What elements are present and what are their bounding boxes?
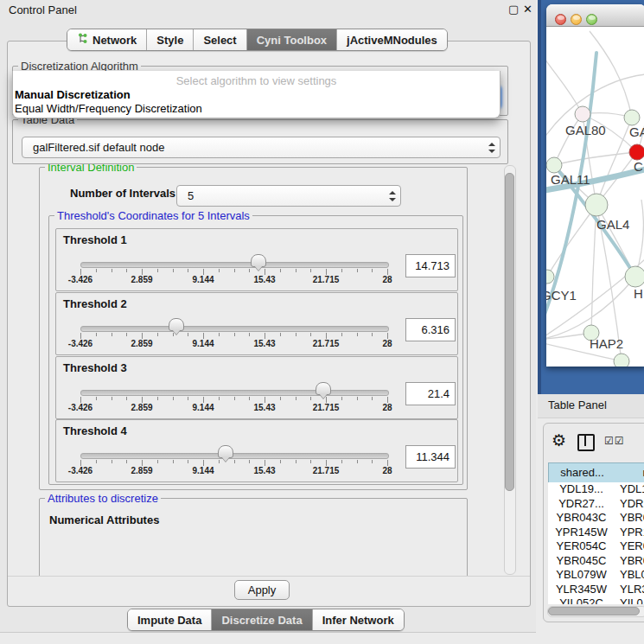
tab-jactivemnodules[interactable]: jActiveMNodules xyxy=(337,29,447,50)
threshold-value-field[interactable]: 11.344 xyxy=(405,445,456,469)
slider-tick xyxy=(341,397,342,400)
minimize-traffic-light-icon[interactable] xyxy=(571,14,582,25)
table-hscrollbar-thumb[interactable] xyxy=(548,607,640,615)
tab-style[interactable]: Style xyxy=(147,29,194,50)
threshold-slider-thumb[interactable] xyxy=(251,254,266,267)
float-window-icon[interactable]: ▢ xyxy=(508,3,519,16)
slider-tick xyxy=(280,333,281,336)
number-of-intervals-combobox[interactable]: 5 xyxy=(176,185,401,207)
close-traffic-light-icon[interactable] xyxy=(555,14,566,25)
slider-tick-label: -3.426 xyxy=(68,339,92,348)
close-icon[interactable]: ✕ xyxy=(523,3,532,16)
zoom-traffic-light-icon[interactable] xyxy=(586,14,597,25)
column-header-name[interactable]: n xyxy=(615,462,644,483)
numerical-attributes-heading: Numerical Attributes xyxy=(49,513,159,526)
threshold-slider-track[interactable] xyxy=(80,326,389,332)
slider-tick xyxy=(234,460,235,463)
slider-tick-label: 28 xyxy=(382,275,392,284)
slider-tick xyxy=(142,333,143,339)
slider-tick xyxy=(372,333,373,336)
tab-infer-network[interactable]: Infer Network xyxy=(313,609,404,630)
node-gal80[interactable] xyxy=(575,106,590,122)
slider-tick xyxy=(310,460,311,463)
table-row[interactable]: YBR045CYBR0 xyxy=(548,554,644,569)
threshold-slider-track[interactable] xyxy=(80,390,389,396)
network-window-titlebar[interactable] xyxy=(546,4,644,27)
tab-label: Select xyxy=(203,34,236,47)
gear-icon[interactable]: ⚙ xyxy=(552,430,566,450)
table-data-combobox[interactable]: galFiltered.sif default node xyxy=(22,137,501,158)
slider-tick-label: 15.43 xyxy=(253,403,275,412)
threshold-row-3: Threshold 3-3.4262.8599.14415.4321.71528… xyxy=(55,356,458,419)
table-row[interactable]: YDL19...YDL1 xyxy=(548,482,644,497)
node-gal4[interactable] xyxy=(585,194,608,216)
table-panel-title: Table Panel xyxy=(548,399,607,411)
slider-tick xyxy=(188,333,188,336)
node-gcy1[interactable] xyxy=(546,270,554,284)
network-window: GAL80 GA C GAL11 GAL4 GCY1 H HAP2 xyxy=(546,4,644,367)
table-cell-name: YPR1 xyxy=(620,526,644,540)
tab-select[interactable]: Select xyxy=(194,29,246,50)
slider-tick xyxy=(126,333,127,336)
table-cell-shared-name: YER054C xyxy=(548,539,615,554)
network-canvas[interactable]: GAL80 GA C GAL11 GAL4 GCY1 H HAP2 xyxy=(546,27,644,367)
combo-stepper-icon[interactable] xyxy=(389,191,395,201)
slider-tick-label: 21.715 xyxy=(313,466,340,475)
threshold-slider-track[interactable] xyxy=(80,262,389,268)
slider-tick xyxy=(296,397,296,400)
node-gal11[interactable] xyxy=(546,157,562,173)
slider-tick-label: 15.43 xyxy=(253,466,275,475)
tab-cyni-toolbox[interactable]: Cyni Toolbox xyxy=(247,29,337,50)
apply-button[interactable]: Apply xyxy=(234,580,290,600)
table-row[interactable]: YBR043CYBR0 xyxy=(548,511,644,526)
threshold-slider-thumb[interactable] xyxy=(316,382,331,395)
threshold-value-field[interactable]: 6.316 xyxy=(405,318,456,341)
column-header-shared[interactable]: shared... xyxy=(548,462,616,483)
node-right[interactable] xyxy=(625,266,644,287)
slider-tick xyxy=(265,269,265,275)
group-attributes: Attributes to discretize Numerical Attri… xyxy=(39,498,468,576)
threshold-slider-track[interactable] xyxy=(80,453,389,459)
threshold-value-field[interactable]: 21.4 xyxy=(405,382,456,405)
tab-label: Network xyxy=(92,34,137,47)
threshold-slider-thumb[interactable] xyxy=(218,445,233,458)
table-cell-shared-name: YIL052C xyxy=(548,596,615,604)
node-top-right[interactable] xyxy=(624,110,640,125)
apply-bar-divider xyxy=(8,576,530,577)
checkbox-columns-icon[interactable]: ☑☑ xyxy=(604,435,625,447)
node-red[interactable] xyxy=(629,144,644,160)
slider-tick xyxy=(219,397,220,400)
slider-tick xyxy=(372,269,373,272)
table-cell-name: YBR0 xyxy=(620,554,644,569)
slider-tick xyxy=(112,333,112,336)
combo-stepper-icon[interactable] xyxy=(488,143,494,153)
slider-tick xyxy=(296,333,296,336)
slider-tick-label: 9.144 xyxy=(192,466,214,475)
node-label-gcy1: GCY1 xyxy=(546,288,577,303)
slider-tick xyxy=(96,397,97,400)
table-row[interactable]: YDR27...YDR2 xyxy=(548,497,644,512)
top-tab-strip: NetworkStyleSelectCyni ToolboxjActiveMNo… xyxy=(67,29,448,51)
split-columns-icon[interactable] xyxy=(577,434,595,451)
slider-tick-label: 2.859 xyxy=(131,403,152,412)
table-row[interactable]: YPR145WYPR1 xyxy=(548,526,644,540)
group-thresholds: Threshold's Coordinates for 5 Intervals … xyxy=(48,215,463,485)
threshold-value-field[interactable]: 14.713 xyxy=(405,254,456,277)
threshold-slider-thumb[interactable] xyxy=(169,318,184,331)
slider-tick xyxy=(341,269,342,272)
tab-impute-data[interactable]: Impute Data xyxy=(128,609,212,630)
table-row[interactable]: YLR345WYLR3 xyxy=(548,583,644,597)
tab-network[interactable]: Network xyxy=(67,29,147,50)
slider-tick xyxy=(142,397,143,403)
algorithm-hint-text: Select algorithm to view settings xyxy=(13,74,500,87)
algorithm-option-equal-width[interactable]: Equal Width/Frequency Discretization xyxy=(15,102,492,116)
table-row[interactable]: YBL079WYBL0 xyxy=(548,568,644,583)
table-row[interactable]: YIL052CYIL0 xyxy=(548,596,644,604)
table-row[interactable]: YER054CYER0 xyxy=(548,539,644,554)
tab-discretize-data[interactable]: Discretize Data xyxy=(212,609,312,630)
settings-scrollbar-thumb[interactable] xyxy=(505,173,514,491)
slider-tick xyxy=(188,460,188,463)
table-cell-name: YBL0 xyxy=(620,568,644,583)
node-bottom[interactable] xyxy=(614,354,629,367)
algorithm-option-manual[interactable]: Manual Discretization xyxy=(15,88,492,102)
